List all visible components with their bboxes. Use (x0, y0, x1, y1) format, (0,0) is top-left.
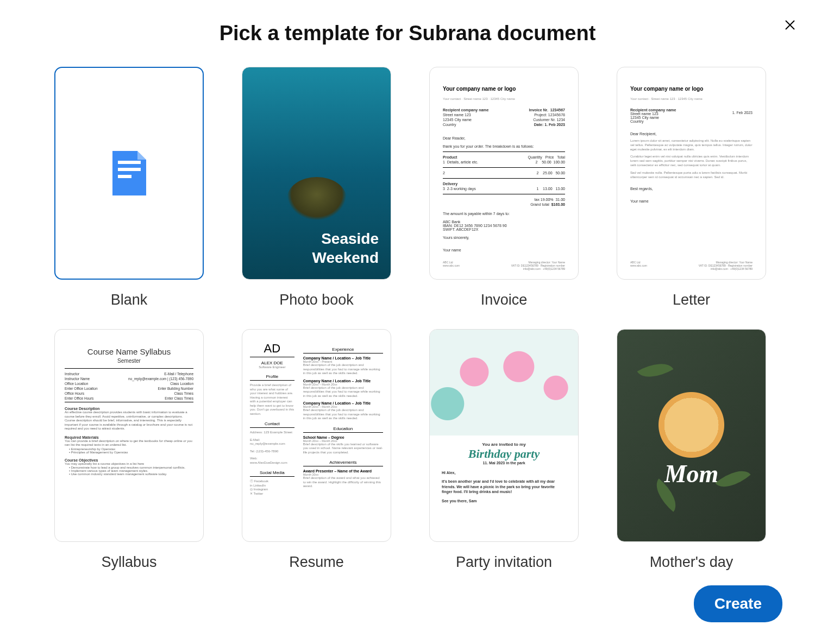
template-label: Party invitation (456, 554, 552, 571)
template-syllabus[interactable]: Course Name Syllabus Semester Instructor… (54, 329, 204, 571)
template-label: Letter (673, 292, 710, 308)
template-label: Mother's day (650, 554, 734, 571)
syllabus-preview: Course Name Syllabus Semester Instructor… (55, 330, 203, 493)
leaf-decoration (637, 355, 674, 386)
template-grid: Blank Seaside Weekend Photo book Your co… (54, 67, 761, 571)
template-card: Mom (617, 329, 766, 542)
template-card: You are invited to my Birthday party 11.… (429, 329, 579, 542)
party-body: You are invited to my Birthday party 11.… (430, 435, 578, 510)
letter-preview: Your company name or logo Your contact ·… (617, 67, 766, 213)
document-icon (112, 151, 146, 195)
template-invoice[interactable]: Your company name or logo Your contact ·… (429, 67, 579, 308)
template-label: Blank (111, 292, 148, 308)
template-mothers-day[interactable]: Mom Mother's day (617, 329, 766, 571)
party-photo (430, 330, 578, 435)
turtle-illustration (287, 177, 347, 220)
invoice-preview: Your company name or logo Your contact ·… (430, 67, 578, 262)
template-photo-book[interactable]: Seaside Weekend Photo book (242, 67, 391, 308)
template-card: AD ALEX DOE Software Engineer Profile Pr… (242, 329, 391, 542)
template-party-invitation[interactable]: You are invited to my Birthday party 11.… (429, 329, 579, 571)
template-card: Course Name Syllabus Semester Instructor… (54, 329, 204, 542)
template-blank[interactable]: Blank (54, 67, 204, 308)
template-card: Seaside Weekend (242, 67, 391, 280)
template-label: Invoice (481, 292, 528, 308)
leaf-decoration (715, 462, 750, 496)
template-label: Photo book (279, 292, 354, 308)
template-label: Syllabus (101, 554, 156, 571)
resume-preview: AD ALEX DOE Software Engineer Profile Pr… (242, 330, 391, 501)
mom-text: Mom (664, 459, 719, 488)
template-card: Your company name or logo Your contact ·… (617, 67, 766, 280)
create-button[interactable]: Create (694, 585, 782, 622)
template-card (54, 67, 204, 280)
page-title: Pick a template for Subrana document (54, 22, 761, 45)
close-button[interactable] (781, 16, 799, 35)
template-card: Your company name or logo Your contact ·… (429, 67, 579, 280)
template-resume[interactable]: AD ALEX DOE Software Engineer Profile Pr… (242, 329, 391, 571)
template-label: Resume (289, 554, 344, 571)
close-icon (783, 18, 797, 31)
template-letter[interactable]: Your company name or logo Your contact ·… (617, 67, 766, 308)
photobook-overlay-text: Seaside Weekend (312, 229, 379, 267)
